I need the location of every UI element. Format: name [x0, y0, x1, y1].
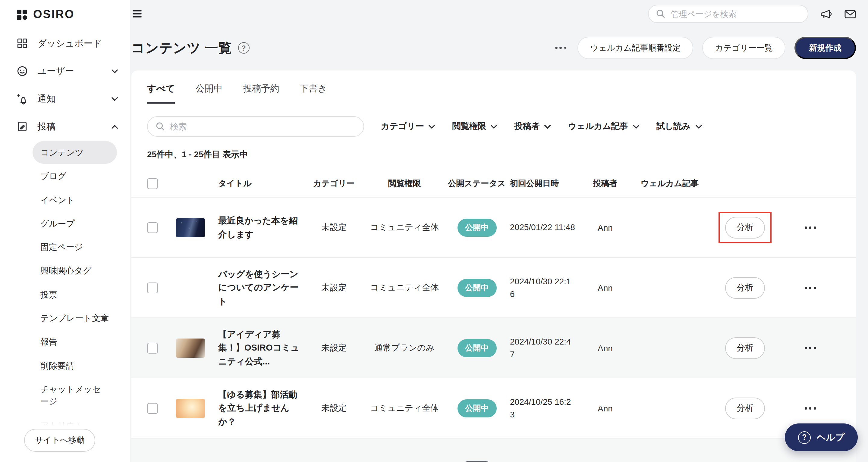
tab-published[interactable]: 公開中 [195, 83, 222, 104]
table-row: 【ゆる募集】部活動を立ち上げませんか？ 未設定 コミュニティ全体 公開中 202… [131, 378, 856, 438]
sidebar-subitem-reports[interactable]: 報告 [33, 330, 117, 354]
sidebar: OSIRO ダッシュボード [0, 0, 130, 462]
go-to-site-button[interactable]: サイトへ移動 [24, 429, 96, 452]
col-author: 投稿者 [593, 178, 618, 189]
filter-author[interactable]: 投稿者 [515, 121, 551, 132]
chevron-down-icon [112, 97, 118, 101]
page-actions: ウェルカム記事順番設定 カテゴリー一覧 新規作成 [553, 37, 856, 59]
brand-name: OSIRO [33, 8, 74, 21]
table-row-partial [131, 438, 856, 462]
osiro-logo[interactable]: OSIRO [0, 0, 130, 30]
list-search[interactable] [147, 116, 364, 137]
sidebar-subitem-chat-messages[interactable]: チャットメッセージ [33, 378, 117, 413]
sidebar-item-notifications[interactable]: 通知 [0, 85, 130, 113]
col-title: タイトル [218, 178, 303, 189]
row-permission: コミュニティ全体 [370, 222, 439, 233]
list-search-input[interactable] [170, 122, 355, 131]
row-more-icon[interactable] [802, 344, 818, 352]
admin-search-input[interactable] [671, 9, 801, 19]
sidebar-item-label: ユーザー [37, 65, 74, 77]
row-checkbox[interactable] [147, 222, 158, 233]
more-actions-icon[interactable] [553, 44, 569, 51]
analyze-button[interactable]: 分析 [725, 217, 765, 238]
hamburger-menu-icon[interactable] [131, 8, 143, 20]
sidebar-subitem-deletion-requests[interactable]: 削除要請 [33, 354, 117, 377]
notification-bell-icon [16, 93, 28, 105]
welcome-order-button[interactable]: ウェルカム記事順番設定 [578, 37, 693, 59]
sidebar-subitem-groups[interactable]: グループ [33, 212, 117, 235]
megaphone-icon[interactable] [820, 8, 832, 19]
select-all-checkbox[interactable] [147, 178, 158, 189]
row-permission: 通常プランのみ [374, 342, 434, 353]
help-button[interactable]: ? ヘルプ [785, 424, 858, 451]
filter-label: カテゴリー [381, 121, 424, 132]
search-icon [156, 122, 165, 131]
filter-toolbar: カテゴリー 閲覧権限 投稿者 ウェルカム記事 試し読み [131, 104, 856, 137]
sidebar-subitem-fixed-pages[interactable]: 固定ページ [33, 235, 117, 259]
row-title[interactable]: バッグを使うシーンについてのアンケート [218, 267, 303, 308]
row-checkbox[interactable] [147, 342, 158, 353]
sidebar-item-label: 通知 [37, 93, 56, 104]
row-more-icon[interactable] [802, 224, 818, 231]
title-help-icon[interactable]: ? [238, 42, 249, 54]
row-checkbox[interactable] [147, 282, 158, 293]
row-category: 未設定 [321, 222, 347, 233]
status-badge: 公開中 [457, 399, 496, 417]
post-document-icon [16, 121, 28, 133]
row-thumbnail-light-bulb [176, 398, 205, 418]
sidebar-item-dashboard[interactable]: ダッシュボード [0, 30, 130, 57]
row-first-published: 2024/10/30 22:16 [510, 275, 575, 300]
sidebar-item-posts[interactable]: 投稿 [0, 113, 130, 140]
osiro-logo-icon [16, 9, 28, 20]
tab-draft[interactable]: 下書き [300, 83, 327, 104]
row-author: Ann [598, 223, 613, 232]
category-list-button[interactable]: カテゴリー一覧 [702, 37, 785, 59]
row-more-icon[interactable] [802, 404, 818, 412]
tab-scheduled[interactable]: 投稿予約 [243, 83, 279, 104]
analyze-button[interactable]: 分析 [725, 337, 765, 359]
sidebar-subitem-polls[interactable]: 投票 [33, 283, 117, 306]
sidebar-item-label: 投稿 [37, 121, 56, 132]
sidebar-subitem-contents[interactable]: コンテンツ [33, 141, 117, 164]
chevron-down-icon [695, 124, 702, 129]
row-checkbox[interactable] [147, 403, 158, 414]
sidebar-subitem-events[interactable]: イベント [33, 188, 117, 211]
row-title[interactable]: 【ゆる募集】部活動を立ち上げませんか？ [218, 388, 303, 429]
row-author: Ann [598, 283, 613, 292]
sidebar-item-users[interactable]: ユーザー [0, 57, 130, 85]
col-status: 公開ステータス [448, 178, 506, 189]
table-body: 最近良かった本を紹介します 未設定 コミュニティ全体 公開中 2025/01/2… [131, 197, 856, 462]
status-badge: 公開中 [457, 278, 496, 297]
search-icon [656, 9, 665, 19]
filter-permission[interactable]: 閲覧権限 [453, 121, 498, 132]
filter-preview[interactable]: 試し読み [656, 121, 702, 132]
chevron-down-icon [429, 124, 435, 129]
status-tabs: すべて 公開中 投稿予約 下書き [131, 70, 856, 104]
analysis-highlight-box: 分析 [718, 212, 772, 243]
filter-category[interactable]: カテゴリー [381, 121, 435, 132]
row-more-icon[interactable] [802, 284, 818, 291]
filter-label: 投稿者 [515, 121, 540, 132]
tab-all[interactable]: すべて [147, 83, 175, 104]
page-header: コンテンツ 一覧 ? ウェルカム記事順番設定 カテゴリー一覧 新規作成 [130, 28, 868, 70]
sidebar-subitem-templates[interactable]: テンプレート文章 [33, 306, 117, 330]
analyze-button[interactable]: 分析 [725, 277, 765, 298]
row-first-published: 2024/10/30 22:47 [510, 335, 575, 361]
filter-label: 試し読み [656, 121, 690, 132]
create-new-button[interactable]: 新規作成 [795, 37, 856, 59]
admin-search[interactable] [648, 5, 808, 23]
filter-welcome-article[interactable]: ウェルカム記事 [568, 121, 640, 132]
help-question-icon: ? [798, 431, 811, 443]
mail-icon[interactable] [844, 9, 857, 19]
row-title[interactable]: 最近良かった本を紹介します [218, 214, 303, 241]
dashboard-icon [16, 37, 28, 50]
filter-label: 閲覧権限 [453, 121, 486, 132]
analyze-button[interactable]: 分析 [725, 397, 765, 419]
user-face-icon [16, 65, 28, 77]
sidebar-subitem-interest-tags[interactable]: 興味関心タグ [33, 259, 117, 283]
sidebar-item-label: ダッシュボード [37, 38, 102, 49]
row-title[interactable]: 【アイディア募集！】OSIROコミュニティ公式... [218, 328, 303, 368]
table-row: バッグを使うシーンについてのアンケート 未設定 コミュニティ全体 公開中 202… [131, 257, 856, 318]
col-first-published: 初回公開日時 [510, 178, 581, 189]
sidebar-subitem-blog[interactable]: ブログ [33, 165, 117, 188]
